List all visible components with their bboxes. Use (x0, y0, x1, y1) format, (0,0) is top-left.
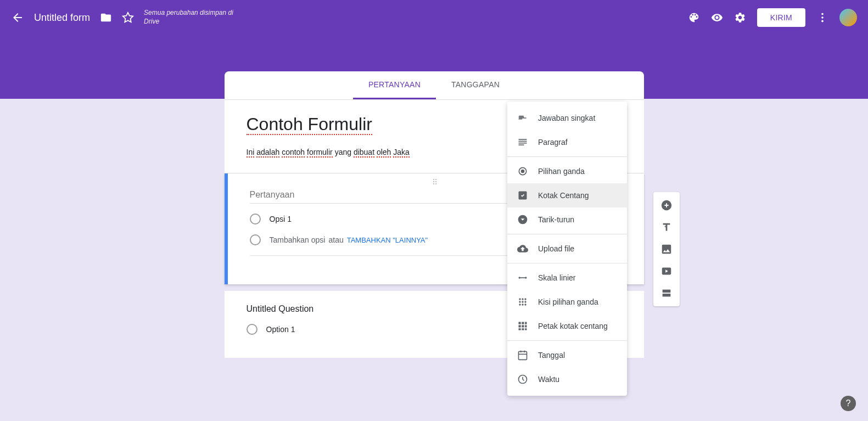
svg-rect-35 (519, 351, 527, 360)
help-button[interactable]: ? (841, 396, 856, 411)
svg-point-25 (524, 304, 526, 305)
short-answer-icon (517, 113, 528, 124)
menu-checkbox-grid[interactable]: Petak kotak centang (507, 314, 627, 338)
preview-icon[interactable] (711, 12, 723, 24)
svg-rect-7 (519, 141, 527, 142)
svg-rect-16 (519, 277, 526, 278)
send-button[interactable]: KIRIM (757, 8, 805, 27)
svg-point-17 (519, 298, 520, 300)
svg-point-22 (524, 301, 526, 302)
svg-rect-4 (519, 117, 524, 118)
option-label[interactable]: Opsi 1 (270, 215, 292, 223)
svg-rect-8 (519, 143, 527, 144)
star-icon[interactable] (122, 12, 134, 24)
option-label[interactable]: Option 1 (266, 325, 295, 334)
menu-date[interactable]: Tanggal (507, 343, 627, 367)
tab-responses[interactable]: TANGGAPAN (436, 71, 515, 99)
svg-point-21 (522, 301, 523, 302)
add-option-text[interactable]: Tambahkan opsi (270, 235, 326, 244)
clock-icon (517, 374, 528, 385)
tab-questions[interactable]: PERTANYAAN (353, 71, 436, 99)
svg-point-19 (524, 298, 526, 300)
menu-short-answer[interactable]: Jawaban singkat (507, 106, 627, 130)
question-type-dropdown: Jawaban singkat Paragraf Pilihan ganda K… (507, 102, 627, 396)
svg-rect-26 (519, 322, 521, 324)
palette-icon[interactable] (688, 12, 700, 24)
add-video-button[interactable] (657, 261, 676, 281)
form-title[interactable]: Untitled form (34, 12, 90, 24)
cloud-upload-icon (517, 243, 528, 254)
svg-rect-6 (519, 139, 527, 140)
folder-icon[interactable] (100, 12, 112, 24)
radio-button-icon (517, 166, 528, 177)
grid-squares-icon (517, 321, 528, 332)
drag-handle-icon[interactable]: ⠿ (432, 178, 439, 187)
app-header: Untitled form Semua perubahan disimpan d… (0, 0, 868, 35)
svg-point-23 (519, 304, 520, 305)
more-icon[interactable] (816, 12, 828, 24)
menu-checkbox[interactable]: Kotak Centang (507, 183, 627, 207)
paragraph-icon (517, 137, 528, 148)
dropdown-icon (517, 214, 528, 225)
or-text: atau (328, 235, 343, 244)
calendar-icon (517, 350, 528, 361)
svg-point-11 (521, 170, 525, 173)
menu-mc-grid[interactable]: Kisi pilihan ganda (507, 290, 627, 314)
svg-rect-28 (525, 322, 527, 324)
settings-icon[interactable] (734, 12, 746, 24)
add-question-button[interactable] (657, 195, 676, 215)
svg-rect-32 (519, 328, 521, 330)
side-toolbar (653, 192, 680, 306)
svg-rect-42 (663, 290, 671, 293)
add-other-button[interactable]: TAMBAHKAN "LAINNYA" (347, 236, 428, 244)
grid-dots-icon (517, 296, 528, 307)
menu-paragraph[interactable]: Paragraf (507, 130, 627, 154)
svg-rect-43 (663, 294, 671, 297)
svg-rect-33 (522, 328, 524, 330)
linear-scale-icon (517, 272, 528, 283)
menu-linear-scale[interactable]: Skala linier (507, 266, 627, 290)
svg-point-24 (522, 304, 523, 305)
svg-point-18 (522, 298, 523, 300)
svg-rect-9 (519, 144, 524, 145)
svg-point-20 (519, 301, 520, 302)
add-title-button[interactable] (657, 217, 676, 237)
svg-rect-31 (525, 325, 527, 327)
tabs: PERTANYAAN TANGGAPAN (225, 71, 644, 100)
radio-icon[interactable] (247, 324, 257, 335)
menu-time[interactable]: Waktu (507, 367, 627, 391)
radio-icon[interactable] (250, 214, 261, 224)
save-status: Semua perubahan disimpan di Drive (144, 9, 243, 26)
menu-dropdown[interactable]: Tarik-turun (507, 207, 627, 232)
svg-rect-30 (522, 325, 524, 327)
avatar[interactable] (839, 9, 857, 26)
svg-rect-5 (519, 119, 523, 120)
checkbox-icon (517, 190, 528, 201)
radio-icon (250, 234, 261, 245)
add-image-button[interactable] (657, 239, 676, 259)
svg-point-0 (821, 13, 824, 15)
svg-point-1 (821, 16, 824, 19)
svg-point-2 (821, 20, 824, 23)
svg-rect-27 (522, 322, 524, 324)
svg-rect-34 (525, 328, 527, 330)
menu-multiple-choice[interactable]: Pilihan ganda (507, 159, 627, 183)
svg-rect-29 (519, 325, 521, 327)
add-section-button[interactable] (657, 283, 676, 303)
back-arrow-icon[interactable] (11, 11, 24, 24)
menu-file-upload[interactable]: Upload file (507, 237, 627, 261)
